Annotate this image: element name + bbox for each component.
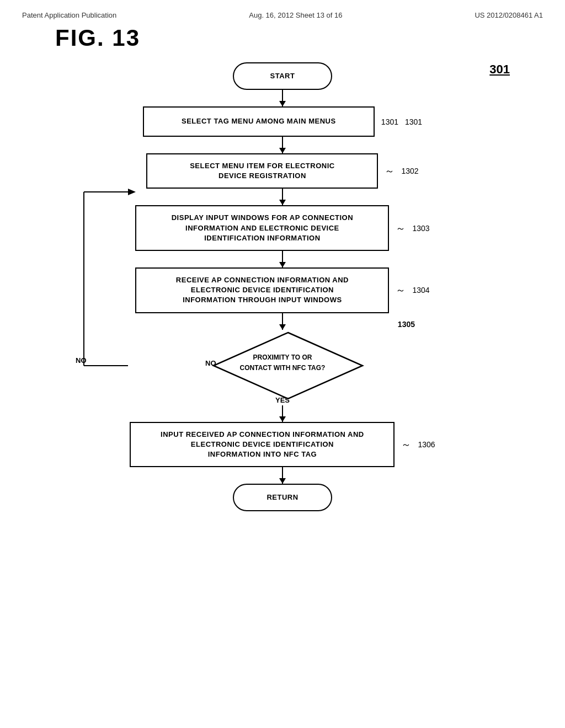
node-1302-row: SELECT MENU ITEM FOR ELECTRONIC DEVICE R…	[146, 153, 418, 189]
node-1301: SELECT TAG MENU AMONG MAIN MENUS	[143, 106, 375, 137]
header-right: US 2012/0208461 A1	[475, 11, 543, 19]
start-node: START	[233, 62, 332, 90]
node-1306: INPUT RECEIVED AP CONNECTION INFORMATION…	[130, 422, 395, 468]
return-node: RETURN	[233, 484, 332, 511]
node-1301-row: SELECT TAG MENU AMONG MAIN MENUS 1301 13…	[143, 106, 422, 137]
arrow-4	[282, 251, 283, 267]
ref-1304-num: 1304	[412, 286, 429, 295]
page: Patent Application Publication Aug. 16, …	[0, 0, 565, 728]
figure-title: FIG. 13	[55, 25, 543, 51]
svg-marker-4	[128, 189, 136, 195]
svg-text:NO: NO	[76, 356, 87, 365]
ref-301: 301	[489, 62, 510, 77]
diamond-section: 1305 NO PROXIMITY TO OR CONTACT WITH NFC…	[117, 330, 448, 396]
ref-1302-tilde: ～	[385, 164, 395, 178]
ref-1306-num: 1306	[418, 440, 435, 449]
arrow-5	[282, 313, 283, 330]
ref-1305-label: 1305	[398, 320, 415, 329]
node-1302: SELECT MENU ITEM FOR ELECTRONIC DEVICE R…	[146, 153, 378, 189]
no-path-svg: NO	[73, 330, 128, 440]
ref-1303-num: 1303	[412, 224, 429, 233]
ref-1306-tilde: ～	[401, 438, 411, 451]
flowchart: 301 START SELECT TAG MENU AMONG MAIN MEN…	[22, 62, 543, 511]
header-middle: Aug. 16, 2012 Sheet 13 of 16	[249, 11, 342, 19]
ref-1303-tilde: ～	[396, 222, 406, 235]
node-1304-row: RECEIVE AP CONNECTION INFORMATION AND EL…	[135, 267, 429, 313]
ref-1302-num: 1302	[401, 167, 418, 175]
page-header: Patent Application Publication Aug. 16, …	[22, 11, 543, 19]
arrow-1	[282, 90, 283, 106]
arrow-3	[282, 189, 283, 205]
header-left: Patent Application Publication	[22, 11, 116, 19]
ref-1304-tilde: ～	[396, 283, 406, 297]
arrow-2	[282, 137, 283, 153]
node-1303-row: DISPLAY INPUT WINDOWS FOR AP CONNECTION …	[135, 205, 429, 251]
diamond-text: PROXIMITY TO OR CONTACT WITH NFC TAG?	[240, 352, 326, 372]
diamond-1305: PROXIMITY TO OR CONTACT WITH NFC TAG?	[211, 330, 354, 396]
ref-1301-num: 1301	[405, 117, 422, 126]
node-1306-row: INPUT RECEIVED AP CONNECTION INFORMATION…	[130, 422, 435, 468]
arrow-7	[282, 467, 283, 484]
node-1303: DISPLAY INPUT WINDOWS FOR AP CONNECTION …	[135, 205, 389, 251]
node-1304: RECEIVE AP CONNECTION INFORMATION AND EL…	[135, 267, 389, 313]
diamond-row: NO PROXIMITY TO OR CONTACT WITH NFC TAG?	[211, 330, 354, 396]
ref-1301: 1301	[381, 117, 398, 126]
